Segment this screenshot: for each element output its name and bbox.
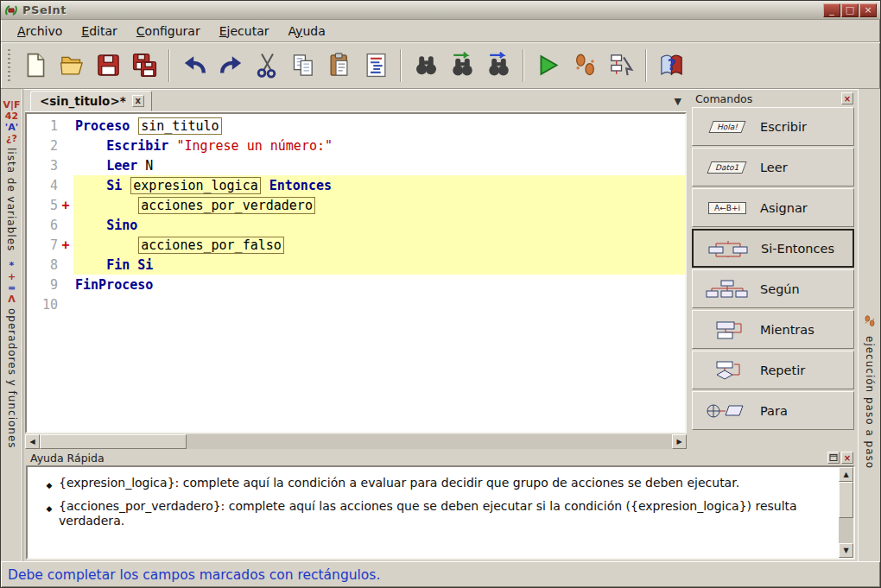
- horizontal-scroll-track[interactable]: [187, 434, 672, 449]
- code-line-2[interactable]: 2 Escribir "Ingrese un número:": [27, 136, 685, 155]
- panel-symbol: ¿?: [6, 133, 17, 144]
- help-button[interactable]: ?: [653, 47, 689, 84]
- find-replace-button[interactable]: [444, 47, 480, 84]
- commands-panel-header: Comandos ×: [691, 91, 855, 106]
- quick-help-body: ◆{expresion_logica}: complete aquí la co…: [26, 465, 855, 560]
- code-line-4[interactable]: 4 Si expresion_logica Entonces: [27, 175, 685, 195]
- panel-symbol: 42: [5, 111, 18, 122]
- cut-button[interactable]: [249, 47, 285, 84]
- editor-horizontal-scrollbar[interactable]: ◀ ▶: [25, 434, 687, 449]
- open-button[interactable]: [54, 47, 90, 84]
- scroll-right-icon[interactable]: ▶: [672, 434, 687, 449]
- quick-help-item: ◆{expresion_logica}: complete aquí la co…: [40, 476, 804, 493]
- line-number: 4: [27, 178, 58, 193]
- command-label: Según: [760, 282, 800, 296]
- redo-icon: [218, 52, 244, 79]
- minimize-button[interactable]: _: [823, 3, 840, 17]
- panel-label: lista de variables: [5, 148, 17, 251]
- run-button[interactable]: [530, 47, 567, 84]
- repetir-icon: [700, 359, 755, 382]
- menu-ayuda[interactable]: Ayuda: [280, 22, 333, 40]
- horizontal-scroll-thumb[interactable]: [40, 434, 187, 449]
- code-line-9[interactable]: 9FinProceso: [27, 275, 685, 294]
- undo-button[interactable]: [176, 47, 212, 84]
- variables-side-panel[interactable]: V|F42'A'¿?lista de variables*+=Λoperador…: [1, 89, 23, 561]
- panel-label: ejecución paso a paso: [864, 336, 876, 469]
- line-number: 7: [27, 237, 58, 253]
- pseint-logo-icon: [4, 3, 18, 17]
- commands-close-icon[interactable]: ×: [841, 92, 853, 104]
- maximize-button[interactable]: □: [841, 3, 859, 17]
- para-icon: [700, 400, 755, 422]
- menu-archivo[interactable]: Archivo: [10, 22, 70, 40]
- new-file-button[interactable]: [17, 47, 54, 84]
- toolbar: ?: [1, 42, 880, 89]
- find-replace-icon: [449, 52, 476, 79]
- panel-symbol: =: [8, 282, 16, 294]
- leer-icon: Dato1: [700, 161, 755, 174]
- find-button[interactable]: [408, 47, 444, 84]
- command-label: Mientras: [760, 323, 814, 337]
- code-text: acciones_por_verdadero: [73, 195, 685, 215]
- code-line-6[interactable]: 6 Sino: [27, 215, 685, 235]
- collapsed-panel-tab[interactable]: ejecución paso a paso: [863, 313, 877, 469]
- line-number: 3: [27, 158, 58, 174]
- copy-button[interactable]: [285, 47, 321, 84]
- redo-button[interactable]: [212, 47, 249, 84]
- code-editor[interactable]: 1Proceso sin_titulo2 Escribir "Ingrese u…: [25, 112, 687, 433]
- step-execution-side-panel[interactable]: ejecución paso a paso: [858, 89, 880, 561]
- panel-symbol: *: [10, 260, 15, 271]
- code-line-8[interactable]: 8 Fin Si: [27, 255, 685, 275]
- line-number: 1: [27, 118, 58, 134]
- collapsed-panel-tab[interactable]: *+=Λoperadores y funciones: [6, 260, 18, 449]
- copy-icon: [290, 52, 317, 79]
- code-line-7[interactable]: 7+ acciones_por_falso: [27, 235, 685, 255]
- close-button[interactable]: ×: [859, 3, 877, 17]
- code-text: Si expresion_logica Entonces: [73, 175, 685, 195]
- vertical-scroll-track[interactable]: [839, 518, 853, 543]
- code-text: Proceso sin_titulo: [73, 116, 685, 136]
- scroll-up-icon[interactable]: ▲: [839, 467, 853, 482]
- tab-list-dropdown-icon[interactable]: ▼: [675, 96, 681, 107]
- flowchart-button[interactable]: [603, 47, 639, 84]
- quick-help-close-icon[interactable]: ×: [841, 452, 853, 464]
- window-controls: _ □ ×: [823, 3, 877, 17]
- toolbar-separator: [645, 49, 647, 82]
- new-file-icon: [22, 52, 49, 79]
- title-bar[interactable]: PSeInt _ □ ×: [1, 1, 880, 20]
- command-label: Para: [760, 404, 788, 418]
- code-line-3[interactable]: 3 Leer N: [27, 155, 685, 175]
- code-line-5[interactable]: 5+ acciones_por_verdadero: [27, 195, 685, 215]
- find-next-button[interactable]: [480, 47, 517, 84]
- scroll-down-icon[interactable]: ▼: [839, 543, 853, 558]
- code-line-1[interactable]: 1Proceso sin_titulo: [27, 116, 685, 136]
- command-mientras-button[interactable]: Mientras: [692, 310, 854, 349]
- command-asignar-button[interactable]: A←B+iAsignar: [692, 188, 854, 227]
- command-escribir-button[interactable]: Hola!Escribir: [692, 107, 854, 146]
- save-button[interactable]: [90, 47, 126, 84]
- commands-panel-title: Comandos: [695, 92, 752, 105]
- command-leer-button[interactable]: Dato1Leer: [692, 148, 854, 187]
- collapsed-panel-tab[interactable]: V|F42'A'¿?lista de variables: [3, 99, 20, 251]
- tab-sin-titulo[interactable]: <sin_titulo>* x: [30, 91, 152, 111]
- command-si-entonces-button[interactable]: Si-Entonces: [692, 229, 854, 268]
- menu-editar[interactable]: Editar: [73, 22, 124, 40]
- quick-help-scrollbar[interactable]: ▲ ▼: [839, 467, 853, 558]
- menu-configurar[interactable]: Configurar: [129, 22, 208, 40]
- run-step-button[interactable]: [567, 47, 603, 84]
- save-icon: [95, 52, 122, 79]
- toolbar-separator: [400, 49, 402, 82]
- menu-ejecutar[interactable]: Ejecutar: [212, 22, 277, 40]
- paste-button[interactable]: [321, 47, 358, 84]
- command-segu-n-button[interactable]: Según: [692, 269, 854, 308]
- scroll-left-icon[interactable]: ◀: [25, 434, 40, 449]
- command-repetir-button[interactable]: Repetir: [692, 351, 854, 389]
- vertical-scroll-thumb[interactable]: [839, 482, 853, 518]
- format-button[interactable]: [358, 47, 394, 84]
- tab-close-icon[interactable]: x: [132, 95, 144, 107]
- code-line-10[interactable]: 10: [27, 294, 685, 314]
- toolbar-drag-handle[interactable]: [8, 49, 10, 82]
- save-as-button[interactable]: [126, 47, 162, 84]
- quick-help-detach-icon[interactable]: [827, 452, 840, 464]
- command-para-button[interactable]: Para: [692, 391, 854, 430]
